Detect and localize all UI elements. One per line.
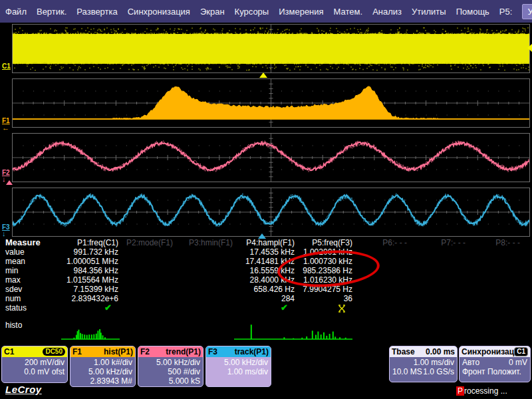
c1-coupling-badge: DC50 <box>43 348 65 356</box>
measure-row-labels: Measure value mean min max sdev num stat… <box>5 238 47 330</box>
menu-analysis[interactable]: Анализ <box>372 7 402 17</box>
measure-column-p4: P4:hampl(F1) 17.4535 kHz 17.41481 kHz 16… <box>233 238 295 313</box>
f2-descriptor-box[interactable]: F2 trend(P1) 5.00 kHz/div 500 #/div 5.00… <box>138 346 203 387</box>
p4-num: 284 <box>233 294 295 303</box>
f2-box-title: F2 <box>140 346 150 357</box>
p6-header[interactable]: P6:- - - <box>352 238 407 247</box>
trigger-level: 0 mV <box>509 358 527 367</box>
p4-min: 16.5559 kHz <box>233 266 295 275</box>
p5-status-pending-icon <box>338 305 346 313</box>
p3-header[interactable]: P3:hmin(F1) <box>173 238 233 247</box>
measure-column-p5: P5:freq(F3) 1.002001 kHz 1.000730 kHz 98… <box>295 238 352 313</box>
p5-mean: 1.000730 kHz <box>295 257 352 266</box>
menu-p5-prefix: P5: <box>499 7 513 17</box>
f2-offset-marker-icon[interactable] <box>6 180 13 185</box>
measure-column-p6: P6:- - - <box>352 238 407 247</box>
menu-help[interactable]: Помощь <box>456 7 489 17</box>
f3-xdiv: 1.00 ms/div <box>209 367 268 376</box>
p1-header[interactable]: P1:freq(C1) <box>47 238 118 247</box>
p1-num: 2.839432e+6 <box>47 294 118 303</box>
trigger-title: Синхронизац <box>462 346 514 357</box>
p5-min: 985.23586 Hz <box>295 266 352 275</box>
p1-max: 1.015564 MHz <box>47 275 118 285</box>
measure-column-p8: P8:- - - <box>466 238 520 247</box>
p8-header[interactable]: P8:- - - <box>466 238 520 247</box>
p5-sdev: 7.9904275 Hz <box>295 285 352 294</box>
p2-header[interactable]: P2:mode(F1) <box>118 238 173 247</box>
row-label-status: status <box>5 303 47 313</box>
menu-measure[interactable]: Измерения <box>279 7 323 17</box>
f1-ydiv: 1.00 k#/div <box>73 358 132 367</box>
f1-left-arrow-icon: ← <box>2 125 9 130</box>
p4-sdev: 658.426 Hz <box>233 285 295 294</box>
graticule-f3 <box>12 188 530 237</box>
p1-min: 984.356 kHz <box>47 266 118 275</box>
p1-histo-thumbnail <box>61 323 120 340</box>
menu-timebase[interactable]: Развертка <box>76 7 117 17</box>
f2-down-arrow-icon: ↓ <box>2 176 6 182</box>
p4-value: 17.4535 kHz <box>233 247 295 257</box>
f3-descriptor-box[interactable]: F3 track(P1) 5.00 kHz/div 1.00 ms/div <box>205 346 271 387</box>
menu-trigger[interactable]: Синхронизация <box>128 7 190 17</box>
menu-math[interactable]: Матем. <box>334 7 363 17</box>
row-label-num: num <box>5 294 47 303</box>
menu-cursors[interactable]: Курсоры <box>235 7 269 17</box>
timebase-box[interactable]: Tbase 0.00 ms 1.00 ms/div 10.0 MS 1.0 GS… <box>389 346 458 382</box>
measure-column-p2: P2:mode(F1) <box>118 238 173 247</box>
row-label-max: max <box>5 275 47 285</box>
p4-header[interactable]: P4:hampl(F1) <box>233 238 295 247</box>
timebase-delay: 0.00 ms <box>426 346 455 357</box>
trigger-box[interactable]: Синхронизац C1 Авто 0 mV Фронт Положит. <box>459 346 531 382</box>
p5-num: 36 <box>295 294 352 303</box>
processing-indicator: P <box>456 386 464 396</box>
p4-max: 28.4000 kHz <box>233 275 295 285</box>
row-label-sdev: sdev <box>5 285 47 294</box>
f3-down-arrow-icon: ↓ <box>2 231 6 236</box>
graticule-f2 <box>12 133 530 182</box>
p4-histo-thumbnail <box>234 323 295 340</box>
p1-status-ok-icon: ✔ <box>104 303 112 313</box>
c1-vdiv: 200 mV/div <box>5 358 65 367</box>
measure-column-p1: P1:freq(C1) 991.732 kHz 1.000051 MHz 984… <box>47 238 118 313</box>
f2-xdiv: 500 #/div <box>141 367 200 376</box>
f2-box-function: trend(P1) <box>166 346 201 357</box>
f1-box-function: hist(P1) <box>104 346 133 357</box>
measure-column-p7: P7:- - - <box>407 238 466 247</box>
menu-vertical[interactable]: Вертик. <box>37 7 66 17</box>
f1-descriptor-box[interactable]: F1 hist(P1) 1.00 k#/div 5.00 kHz/div 2.8… <box>70 346 136 387</box>
c1-descriptor-box[interactable]: C1 DC50 200 mV/div 0.0 mV ofst <box>1 346 68 383</box>
f2-ydiv: 5.00 kHz/div <box>141 358 200 367</box>
f3-ydiv: 5.00 kHz/div <box>209 358 268 367</box>
f1-xdiv: 5.00 kHz/div <box>73 367 132 376</box>
row-label-mean: mean <box>5 257 47 266</box>
menu-file[interactable]: Файл <box>5 7 27 17</box>
processing-status: Processing ... <box>456 386 507 396</box>
c1-level-marker-icon[interactable] <box>527 44 532 52</box>
trigger-time-marker-icon[interactable] <box>259 72 267 78</box>
f2-samples: 5.000 kS <box>141 376 200 386</box>
trigger-slope: Фронт Положит. <box>462 367 527 376</box>
p1-mean: 1.000051 MHz <box>47 257 118 266</box>
menu-display[interactable]: Экран <box>200 7 225 17</box>
timebase-title: Tbase <box>392 346 415 357</box>
menu-utilities[interactable]: Утилиты <box>412 7 446 17</box>
p5-value: 1.002001 kHz <box>295 247 352 257</box>
p5-header[interactable]: P5:freq(F3) <box>295 238 352 247</box>
p5-max: 1.016230 kHz <box>295 275 352 285</box>
graticule-c1 <box>12 24 530 73</box>
measure-title: Measure <box>5 238 47 247</box>
trigger-source-badge: C1 <box>514 347 528 356</box>
p4-status-ok-icon: ✔ <box>281 303 288 313</box>
setup-button[interactable]: Установки <box>522 4 532 19</box>
p1-sdev: 7.15399 kHz <box>47 285 118 294</box>
c1-channel-label: C1 <box>2 63 11 70</box>
menu-bar: Файл Вертик. Развертка Синхронизация Экр… <box>0 0 532 23</box>
timebase-memory: 10.0 MS <box>392 367 422 376</box>
c1-offset: 0.0 mV ofst <box>5 367 65 376</box>
p1-value: 991.732 kHz <box>47 247 118 257</box>
f1-count: 2.83943 M# <box>73 376 132 386</box>
graticule-f1 <box>12 78 530 128</box>
f3-box-function: track(P1) <box>235 346 269 357</box>
p7-header[interactable]: P7:- - - <box>407 238 466 247</box>
f1-box-title: F1 <box>72 346 82 357</box>
